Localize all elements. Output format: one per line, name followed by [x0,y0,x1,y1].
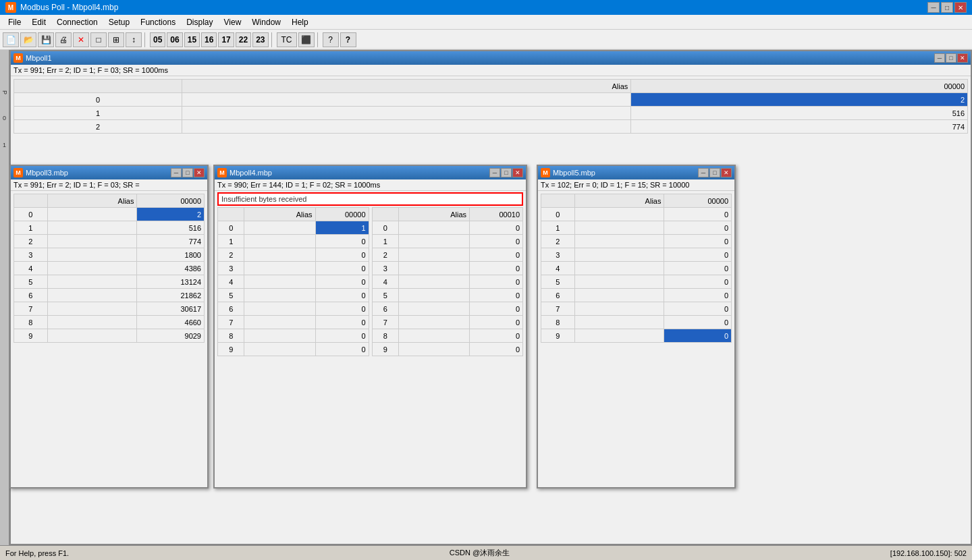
menu-help[interactable]: Help [286,16,314,28]
toolbar-num-16[interactable]: 16 [201,32,217,47]
mbpoll1-close-btn[interactable]: ✕ [957,53,968,63]
mbpoll3-window: M Mbpoll3.mbp ─ □ ✕ Tx = 991; Err = 2; I… [9,165,209,488]
mbpoll1-maximize-btn[interactable]: □ [946,53,956,63]
row-alias [244,235,315,248]
table-row: 7 30617 [14,302,205,316]
menu-file[interactable]: File [3,16,26,28]
mbpoll1-row-col [14,80,182,93]
toolbar-print-btn[interactable]: 🖨 [55,32,72,47]
table-row: 6 21862 [14,289,205,302]
toolbar-btn2[interactable]: ⊞ [108,32,124,47]
table-row: 9 0 [541,329,732,343]
table-row: 0 0 [372,221,523,235]
mbpoll3-maximize-btn[interactable]: □ [182,168,193,177]
row-index: 0 [14,208,48,221]
mbpoll5-status: Tx = 102; Err = 0; ID = 1; F = 15; SR = … [538,179,734,191]
row-index: 2 [14,235,48,248]
toolbar-btn3[interactable]: ↕ [126,32,142,47]
row-alias [47,262,137,275]
mbpoll4-close-btn[interactable]: ✕ [512,168,523,177]
toolbar-help-btn[interactable]: ? [323,32,339,47]
left-strip: P 0 1 [0,50,9,545]
strip-label-0: 0 [3,115,6,121]
row-alias [244,289,315,302]
toolbar-window-btn[interactable]: □ [90,32,107,47]
row-value: 9029 [137,329,205,343]
toolbar-open-btn[interactable]: 📂 [20,32,36,47]
row-index: 3 [218,262,244,275]
toolbar-save-btn[interactable]: 💾 [38,32,54,47]
row-alias [182,93,631,107]
toolbar-about-btn[interactable]: ? [340,32,356,47]
menu-setup[interactable]: Setup [103,16,135,28]
toolbar-num-15[interactable]: 15 [184,32,200,47]
row-alias [574,235,664,248]
maximize-button[interactable]: □ [941,2,953,13]
toolbar-num-17[interactable]: 17 [218,32,234,47]
row-value: 0 [315,343,369,356]
toolbar-num-05[interactable]: 05 [150,32,165,47]
toolbar-icon-btn[interactable]: ⬛ [298,32,315,47]
toolbar-tc-btn[interactable]: TC [277,32,297,47]
mbpoll5-addr-col: 00000 [664,194,732,208]
toolbar: 📄 📂 💾 🖨 ✕ □ ⊞ ↕ 05 06 15 16 17 22 23 TC … [0,30,972,50]
row-index: 9 [218,343,244,356]
row-index: 1 [541,221,575,235]
row-alias [182,107,631,120]
row-index: 3 [541,248,575,262]
toolbar-num-06[interactable]: 06 [167,32,182,47]
mbpoll4-addr-col2: 00010 [470,208,523,221]
table-row: 1 516 [14,221,205,235]
table-row: 3 0 [372,262,523,275]
row-alias [47,208,137,221]
row-alias [398,302,469,316]
left-strip-labels: P 0 1 [0,50,9,148]
menu-edit[interactable]: Edit [26,16,51,28]
minimize-button[interactable]: ─ [927,2,940,13]
mbpoll3-minimize-btn[interactable]: ─ [171,168,182,177]
mbpoll5-close-btn[interactable]: ✕ [721,168,732,177]
menu-connection[interactable]: Connection [51,16,103,28]
close-button[interactable]: ✕ [954,2,967,13]
title-bar: M Modbus Poll - Mbpoll4.mbp ─ □ ✕ [0,0,972,15]
row-index: 5 [541,275,575,289]
mbpoll4-maximize-btn[interactable]: □ [501,168,512,177]
menu-display[interactable]: Display [181,16,218,28]
mbpoll4-minimize-btn[interactable]: ─ [489,168,500,177]
toolbar-stop-btn[interactable]: ✕ [73,32,89,47]
mbpoll4-title-bar: M Mbpoll4.mbp ─ □ ✕ [215,166,526,179]
row-index: 6 [14,289,48,302]
table-row: 4 0 [372,275,523,289]
mbpoll3-close-btn[interactable]: ✕ [194,168,205,177]
table-row: 6 0 [541,289,732,302]
mbpoll5-window-buttons: ─ □ ✕ [698,168,732,177]
mbpoll1-status: Tx = 991; Err = 2; ID = 1; F = 03; SR = … [11,65,971,76]
row-value: 0 [664,235,732,248]
row-alias [574,329,664,343]
menu-view[interactable]: View [219,16,247,28]
mbpoll5-maximize-btn[interactable]: □ [709,168,720,177]
row-alias [244,343,315,356]
mbpoll4-icon: M [217,168,227,177]
toolbar-num-22[interactable]: 22 [236,32,251,47]
row-index: 1 [14,221,48,235]
toolbar-num-23[interactable]: 23 [252,32,268,47]
mbpoll5-minimize-btn[interactable]: ─ [698,168,709,177]
table-row: 6 0 [372,302,523,316]
mbpoll1-addr-col: 00000 [631,80,968,93]
toolbar-new-btn[interactable]: 📄 [3,32,19,47]
row-alias [574,316,664,329]
strip-label-p: P [1,90,8,94]
table-row: 1 0 [372,235,523,248]
menu-functions[interactable]: Functions [135,16,181,28]
row-index: 0 [14,93,182,107]
table-row: 3 0 [218,262,369,275]
row-alias [574,221,664,235]
mbpoll1-minimize-btn[interactable]: ─ [934,53,945,63]
menu-window[interactable]: Window [246,16,286,28]
row-alias [244,221,315,235]
table-row: 4 0 [218,275,369,289]
row-alias [398,275,469,289]
mbpoll1-title: Mbpoll1 [26,54,934,62]
table-row: 5 0 [218,289,369,302]
